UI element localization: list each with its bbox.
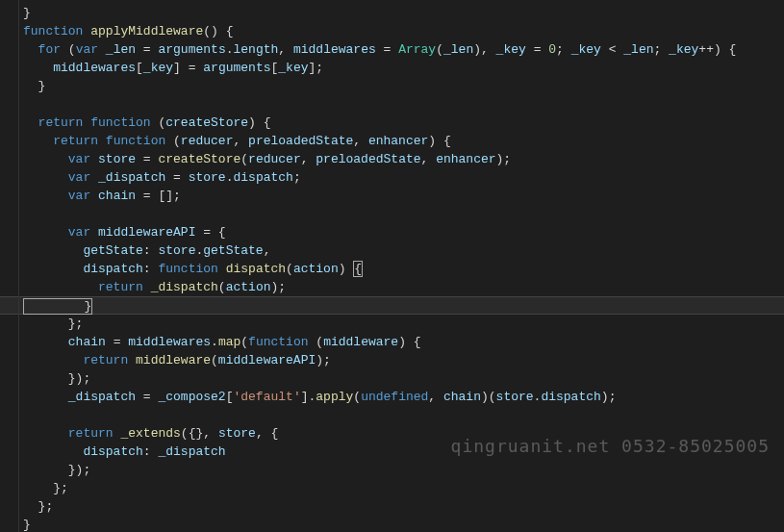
token-id: length [234, 42, 279, 57]
token-pun: ] = [173, 61, 203, 75]
token-pun: ( [353, 390, 361, 404]
token-id: store [496, 390, 534, 404]
code-line[interactable]: return _dispatch(action); [23, 278, 784, 296]
token-pun: }); [23, 371, 90, 386]
token-pun: . [226, 42, 234, 57]
token-fn: apply [316, 390, 353, 404]
token-kw: for [23, 42, 61, 57]
code-line[interactable] [23, 205, 784, 223]
token-id: _key [669, 42, 698, 57]
code-line[interactable]: middlewares[_key] = arguments[_key]; [23, 59, 784, 77]
token-str: 'default' [233, 390, 300, 404]
token-kw: function [90, 115, 150, 130]
token-id: dispatch [23, 262, 143, 276]
token-fn: dispatch [226, 262, 286, 276]
token-kw: var [23, 225, 90, 240]
token-kw: var [23, 189, 90, 203]
token-pun: ; [654, 42, 670, 57]
code-line[interactable] [23, 95, 784, 114]
code-line[interactable]: return function (createStore) { [23, 114, 784, 132]
token-pun: ; [293, 170, 301, 185]
token-pun: = [376, 42, 398, 57]
token-pun: }; [23, 481, 68, 495]
token-pun [143, 280, 151, 294]
token-kw: function [106, 134, 165, 148]
token-id: enhancer [368, 134, 428, 148]
token-id: getState [203, 243, 263, 258]
token-pun [128, 353, 136, 367]
code-line[interactable]: var _dispatch = store.dispatch; [23, 168, 784, 187]
token-pun: ); [316, 353, 331, 367]
code-line[interactable]: }; [23, 497, 784, 516]
token-id: dispatch [233, 170, 292, 185]
token-fn: middleware [136, 353, 211, 367]
token-pun: ( [286, 262, 293, 276]
token-id: reducer [181, 134, 234, 148]
token-id: createStore [165, 115, 248, 130]
token-id: middlewareAPI [98, 225, 195, 240]
token-fn: map [218, 335, 240, 349]
code-line[interactable]: var chain = []; [23, 187, 784, 205]
code-line[interactable]: } [0, 296, 784, 315]
token-id: store [189, 170, 226, 185]
token-pun: ( [240, 152, 248, 166]
code-line[interactable]: var middlewareAPI = { [23, 223, 784, 241]
code-line[interactable]: }; [23, 479, 784, 497]
token-id: preloadedState [316, 152, 420, 166]
token-pun: : [143, 262, 159, 276]
token-pun: = [526, 42, 548, 57]
code-line[interactable]: return function (reducer, preloadedState… [23, 132, 784, 150]
token-id: _key [571, 42, 601, 57]
token-kw: return [23, 353, 128, 367]
token-pun: , { [256, 426, 278, 441]
token-pun: < [601, 42, 623, 57]
token-pun: } [23, 79, 45, 93]
token-fn: _dispatch [151, 280, 218, 294]
code-line[interactable]: }); [23, 461, 784, 479]
code-line[interactable]: getState: store.getState, [23, 241, 784, 260]
token-pun: ]; [309, 61, 324, 75]
code-line[interactable]: chain = middlewares.map(function (middle… [23, 333, 784, 351]
token-id: _len [106, 42, 136, 57]
token-id: middleware [323, 335, 398, 349]
code-line[interactable]: } [23, 516, 784, 532]
code-line[interactable]: return middleware(middlewareAPI); [23, 351, 784, 369]
code-line[interactable]: _dispatch = _compose2['default'].apply(u… [23, 388, 784, 406]
token-id: _len [623, 42, 653, 57]
token-fn: applyMiddleware [90, 24, 203, 38]
code-line[interactable]: }; [23, 315, 784, 333]
token-kw: var [23, 170, 90, 185]
code-line[interactable]: for (var _len = arguments.length, middle… [23, 40, 784, 59]
code-line[interactable]: var store = createStore(reducer, preload… [23, 150, 784, 168]
token-pun [98, 42, 106, 57]
token-id: _key [496, 42, 526, 57]
code-line[interactable]: }); [23, 369, 784, 388]
token-pun: } [23, 6, 31, 20]
code-line[interactable]: dispatch: function dispatch(action) { [23, 260, 784, 278]
token-pun: }; [23, 317, 83, 331]
token-pun: ; [556, 42, 571, 57]
token-pun: , [353, 134, 368, 148]
token-pun: ( [61, 42, 76, 57]
token-pun: , [428, 390, 443, 404]
token-id: arguments [203, 61, 270, 75]
token-pun: ( [436, 42, 443, 57]
token-kw: return [23, 134, 98, 148]
token-kw: function [248, 335, 308, 349]
token-pun: : [143, 243, 159, 258]
editor-gutter [0, 0, 19, 532]
code-line[interactable]: } [23, 77, 784, 95]
token-id: _key [143, 61, 173, 75]
token-pun [90, 152, 98, 166]
watermark-text: qingruanit.net 0532-85025005 [451, 437, 770, 455]
token-id: dispatch [23, 444, 143, 459]
code-line[interactable] [23, 406, 784, 424]
token-id: _key [278, 61, 308, 75]
token-id: arguments [158, 42, 225, 57]
token-pun: = [136, 390, 158, 404]
token-pun: , [264, 243, 271, 258]
code-line[interactable]: function applyMiddleware() { [23, 22, 784, 40]
token-pun: ( [218, 280, 226, 294]
token-pun: ++) { [698, 42, 736, 57]
code-line[interactable]: } [23, 4, 784, 22]
